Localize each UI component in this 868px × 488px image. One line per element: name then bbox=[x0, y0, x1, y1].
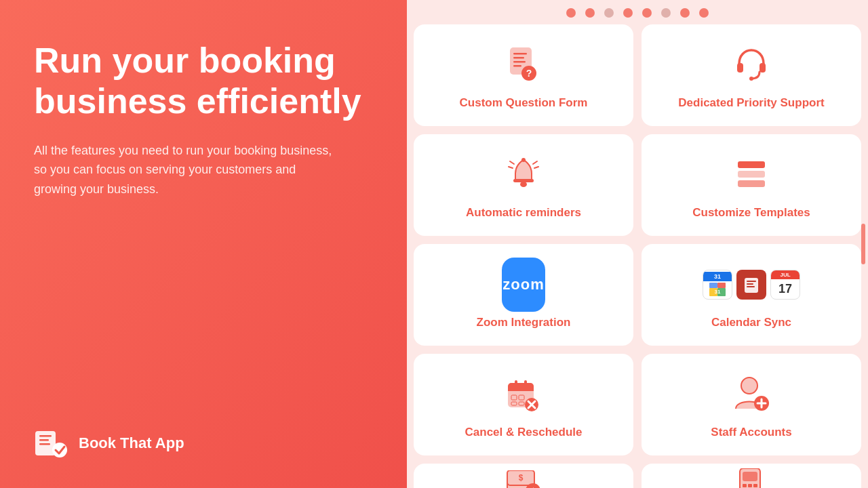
svg-rect-38 bbox=[515, 380, 517, 386]
form-icon: ? bbox=[502, 43, 545, 87]
svg-line-21 bbox=[509, 167, 513, 168]
svg-rect-34 bbox=[747, 286, 755, 287]
svg-rect-31 bbox=[745, 278, 758, 293]
svg-rect-58 bbox=[743, 472, 757, 481]
staff-icon bbox=[730, 373, 773, 416]
svg-line-20 bbox=[510, 161, 514, 164]
dot-decor bbox=[623, 8, 633, 18]
svg-rect-3 bbox=[39, 443, 50, 445]
dot-decor bbox=[699, 8, 709, 18]
feature-card-calendar-sync[interactable]: 31 31 bbox=[642, 244, 861, 346]
zoom-icon: zoom bbox=[502, 263, 545, 306]
scroll-indicator bbox=[861, 224, 865, 264]
svg-rect-24 bbox=[738, 180, 765, 187]
svg-text:$: $ bbox=[519, 473, 524, 483]
svg-text:?: ? bbox=[526, 68, 532, 79]
calendar-icon: 31 31 bbox=[730, 263, 773, 306]
headset-icon bbox=[730, 43, 773, 87]
dot-decor bbox=[680, 8, 690, 18]
feature-label-dedicated-priority-support: Dedicated Priority Support bbox=[678, 96, 824, 110]
svg-point-14 bbox=[749, 77, 753, 81]
feature-card-shopify-pos[interactable]: Shopify POS bbox=[642, 464, 861, 488]
svg-rect-39 bbox=[524, 380, 527, 386]
feature-label-customize-templates: Customize Templates bbox=[692, 206, 810, 220]
svg-rect-29 bbox=[709, 283, 717, 288]
money-icon: $ ★ bbox=[502, 470, 545, 488]
feature-card-zoom-integration[interactable]: zoom Zoom Integration bbox=[414, 244, 633, 346]
svg-point-47 bbox=[741, 378, 757, 394]
left-panel: Run your booking business efficiently Al… bbox=[0, 0, 407, 488]
sub-text: All the features you need to run your bo… bbox=[34, 141, 332, 199]
svg-rect-61 bbox=[753, 484, 757, 487]
svg-rect-23 bbox=[738, 171, 765, 178]
svg-rect-22 bbox=[738, 161, 765, 168]
pos-icon bbox=[730, 468, 773, 488]
main-heading: Run your booking business efficiently bbox=[34, 41, 373, 122]
dot-decor bbox=[642, 8, 652, 18]
svg-rect-37 bbox=[508, 387, 534, 391]
svg-rect-9 bbox=[513, 65, 521, 67]
svg-rect-6 bbox=[513, 53, 527, 55]
right-panel: ? Custom Question Form De bbox=[407, 0, 868, 488]
feature-card-staff-accounts[interactable]: Staff Accounts bbox=[642, 354, 861, 455]
bell-icon bbox=[502, 153, 545, 197]
feature-label-cancel-reschedule: Cancel & Reschedule bbox=[465, 426, 583, 439]
feature-card-bonds-deposits[interactable]: $ ★ Bonds & Deposits bbox=[414, 464, 633, 488]
svg-rect-43 bbox=[519, 402, 524, 405]
cancel-cal-icon bbox=[502, 373, 545, 416]
feature-label-automatic-reminders: Automatic reminders bbox=[466, 206, 581, 220]
dot-decor bbox=[661, 8, 671, 18]
feature-label-zoom-integration: Zoom Integration bbox=[477, 316, 571, 329]
app-name: Book That App bbox=[79, 434, 184, 452]
feature-label-calendar-sync: Calendar Sync bbox=[711, 316, 791, 329]
svg-rect-8 bbox=[513, 61, 526, 63]
svg-rect-40 bbox=[511, 395, 517, 400]
svg-rect-7 bbox=[513, 57, 524, 59]
feature-card-custom-question-form[interactable]: ? Custom Question Form bbox=[414, 24, 633, 126]
dot-decor bbox=[604, 8, 614, 18]
svg-rect-41 bbox=[519, 395, 524, 400]
svg-point-16 bbox=[520, 182, 527, 187]
dot-decor bbox=[566, 8, 576, 18]
svg-point-17 bbox=[521, 158, 526, 162]
left-content: Run your booking business efficiently Al… bbox=[34, 41, 373, 199]
svg-line-18 bbox=[533, 161, 537, 164]
feature-card-cancel-reschedule[interactable]: Cancel & Reschedule bbox=[414, 354, 633, 455]
svg-rect-1 bbox=[39, 435, 52, 437]
svg-rect-12 bbox=[737, 63, 743, 73]
logo-area: Book That App bbox=[34, 426, 373, 461]
feature-label-staff-accounts: Staff Accounts bbox=[711, 426, 791, 439]
dot-decor bbox=[585, 8, 595, 18]
svg-rect-33 bbox=[747, 283, 753, 285]
svg-rect-13 bbox=[760, 63, 766, 73]
svg-rect-2 bbox=[39, 439, 49, 441]
feature-label-custom-question-form: Custom Question Form bbox=[460, 96, 588, 110]
feature-card-customize-templates[interactable]: Customize Templates bbox=[642, 134, 861, 236]
svg-line-19 bbox=[534, 167, 538, 168]
feature-card-automatic-reminders[interactable]: Automatic reminders bbox=[414, 134, 633, 236]
feature-card-dedicated-priority-support[interactable]: Dedicated Priority Support bbox=[642, 24, 861, 126]
svg-text:★: ★ bbox=[529, 485, 538, 488]
app-logo-icon bbox=[34, 426, 69, 461]
features-grid: ? Custom Question Form De bbox=[414, 24, 861, 488]
svg-point-4 bbox=[52, 443, 67, 458]
svg-rect-59 bbox=[743, 484, 747, 487]
layers-icon bbox=[730, 153, 773, 197]
svg-rect-42 bbox=[511, 402, 517, 405]
svg-rect-60 bbox=[748, 484, 752, 487]
svg-rect-28 bbox=[717, 283, 726, 288]
svg-text:31: 31 bbox=[715, 289, 721, 295]
svg-rect-32 bbox=[747, 281, 756, 282]
